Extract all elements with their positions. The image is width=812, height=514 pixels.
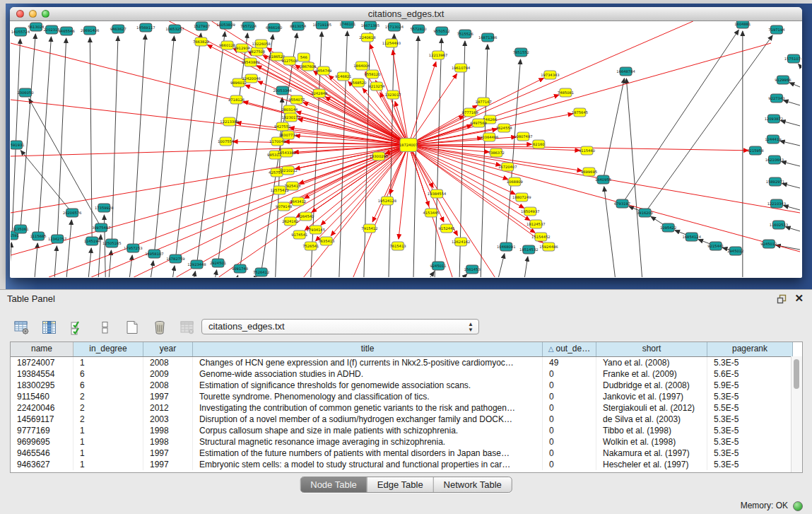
cell-year[interactable]: 1997 bbox=[143, 391, 193, 402]
cell-year[interactable]: 2012 bbox=[143, 402, 193, 414]
cell-in-degree[interactable]: 1 bbox=[73, 425, 143, 436]
graph-node[interactable]: 9174541 bbox=[291, 230, 307, 239]
graph-node[interactable]: 16958107 bbox=[145, 250, 163, 258]
graph-node[interactable]: 16720407 bbox=[498, 163, 517, 171]
graph-node[interactable]: 16871386 bbox=[478, 33, 497, 42]
graph-node[interactable]: 15924486 bbox=[539, 243, 558, 251]
cell-in-degree[interactable]: 1 bbox=[73, 357, 143, 368]
cell-short[interactable]: Tibbo et al. (1998) bbox=[596, 425, 707, 436]
cell-year[interactable]: 2008 bbox=[143, 357, 193, 368]
selection-mode-icon[interactable] bbox=[68, 318, 86, 337]
cell-in-degree[interactable]: 1 bbox=[73, 459, 143, 470]
delete-rows-icon[interactable] bbox=[151, 318, 169, 337]
tab-edge-table[interactable]: Edge Table bbox=[367, 477, 433, 492]
scrollbar-thumb[interactable] bbox=[794, 359, 799, 389]
cell-name[interactable]: 18724007 bbox=[11, 357, 73, 368]
cell-pagerank[interactable]: 5.3E-5 bbox=[707, 425, 793, 436]
table-settings-icon[interactable] bbox=[13, 318, 31, 337]
graph-node[interactable]: 18724007 bbox=[399, 139, 418, 152]
cell-pagerank[interactable]: 5.9E-5 bbox=[707, 380, 793, 391]
graph-node[interactable]: 11602533 bbox=[770, 221, 788, 229]
cell-in-degree[interactable]: 2 bbox=[73, 402, 143, 414]
graph-node[interactable]: 20364486 bbox=[480, 133, 498, 141]
graph-node[interactable]: 18514532 bbox=[519, 245, 538, 254]
graph-node[interactable]: 16053809 bbox=[216, 21, 235, 29]
graph-node[interactable]: 9660128 bbox=[219, 41, 235, 49]
cell-pagerank[interactable]: 5.3E-5 bbox=[707, 459, 793, 470]
graph-node[interactable]: 7915412 bbox=[361, 224, 377, 233]
cell-short[interactable]: Jankovic et al. (1997) bbox=[596, 391, 707, 402]
cell-title[interactable]: Disruption of a novel member of a sodium… bbox=[193, 414, 543, 425]
graph-node[interactable]: 1244419 bbox=[765, 135, 781, 144]
graph-node[interactable]: 7857224 bbox=[240, 22, 257, 30]
graph-node[interactable]: 10807487 bbox=[514, 132, 532, 141]
graph-node[interactable]: 1527907 bbox=[194, 22, 210, 30]
cell-out-de-[interactable]: 0 bbox=[543, 414, 596, 425]
column-header-name[interactable]: name bbox=[11, 342, 73, 356]
cell-out-de-[interactable]: 0 bbox=[543, 368, 596, 380]
cell-in-degree[interactable]: 6 bbox=[73, 380, 143, 391]
graph-node[interactable]: 9091748 bbox=[232, 264, 248, 273]
cell-name[interactable]: 18300295 bbox=[11, 380, 73, 391]
table-selector-dropdown[interactable]: citations_edges.txt ▲▼ bbox=[201, 319, 479, 334]
graph-node[interactable]: 2924501 bbox=[210, 259, 226, 267]
graph-node[interactable]: 7485081 bbox=[558, 88, 574, 97]
cell-pagerank[interactable]: 5.3E-5 bbox=[707, 414, 793, 425]
cell-out-de-[interactable]: 0 bbox=[543, 425, 596, 436]
cell-pagerank[interactable]: 5.3E-5 bbox=[707, 391, 793, 402]
cell-pagerank[interactable]: 5.6E-5 bbox=[707, 368, 793, 380]
cell-year[interactable]: 1998 bbox=[143, 425, 193, 436]
graph-node[interactable]: 7663822 bbox=[193, 37, 209, 46]
graph-node[interactable]: 16782759 bbox=[166, 255, 184, 263]
graph-node[interactable]: 9242848 bbox=[311, 89, 327, 98]
graph-node[interactable]: 30975487 bbox=[92, 223, 110, 232]
graph-node[interactable]: 1875645 bbox=[572, 108, 588, 117]
table-row[interactable]: 1456911722003Disruption of a novel membe… bbox=[11, 414, 802, 425]
tab-network-table[interactable]: Network Table bbox=[433, 477, 512, 492]
node-table[interactable]: namein_degreeyeartitle△out_de…shortpager… bbox=[10, 341, 803, 473]
graph-node[interactable]: 15892971 bbox=[766, 177, 784, 186]
graph-node[interactable]: 17957253 bbox=[124, 244, 142, 252]
graph-node[interactable]: 8813054 bbox=[290, 22, 307, 30]
cell-title[interactable]: Corpus callosum shape and size in male p… bbox=[193, 425, 543, 436]
graph-node[interactable]: 62160 bbox=[533, 140, 545, 148]
graph-node[interactable]: 1864004 bbox=[353, 62, 370, 70]
cell-pagerank[interactable]: 5.5E-5 bbox=[707, 402, 793, 414]
graph-node[interactable]: 1640955 bbox=[595, 175, 611, 184]
graph-node[interactable]: 19384554 bbox=[428, 189, 447, 198]
graph-node[interactable]: 1561453 bbox=[464, 265, 481, 274]
graph-node[interactable]: 7526541 bbox=[302, 242, 319, 250]
cell-short[interactable]: Wolkin et al. (1998) bbox=[596, 436, 707, 448]
cell-year[interactable]: 1997 bbox=[143, 459, 193, 470]
graph-node[interactable]: 12210343 bbox=[767, 199, 786, 208]
cell-name[interactable]: 9777169 bbox=[11, 425, 73, 436]
graph-node[interactable]: 15713024 bbox=[385, 23, 404, 31]
column-header-title[interactable]: title bbox=[193, 342, 543, 356]
cell-year[interactable]: 1997 bbox=[143, 448, 193, 459]
cell-name[interactable]: 9699695 bbox=[11, 436, 73, 448]
graph-node[interactable]: 6793197 bbox=[614, 199, 630, 208]
graph-node[interactable]: 1068809 bbox=[507, 177, 523, 186]
graph-node[interactable]: 17359928 bbox=[95, 204, 113, 212]
column-header-year[interactable]: year bbox=[143, 342, 193, 356]
cell-out-de-[interactable]: 0 bbox=[543, 448, 596, 459]
cell-in-degree[interactable]: 2 bbox=[73, 391, 143, 402]
cell-short[interactable]: Yano et al. (2008) bbox=[596, 357, 707, 368]
network-canvas[interactable]: 5466216039159174626610075541068809109542… bbox=[11, 21, 801, 277]
column-visibility-icon[interactable] bbox=[40, 318, 59, 337]
graph-node[interactable]: 5572810 bbox=[410, 25, 426, 33]
graph-node[interactable]: 20206576 bbox=[63, 209, 81, 217]
graph-node[interactable]: 6466160 bbox=[266, 23, 282, 32]
graph-node[interactable]: 13226058 bbox=[252, 40, 270, 48]
cell-out-de-[interactable]: 0 bbox=[543, 459, 596, 470]
graph-node[interactable]: 2240618 bbox=[359, 33, 375, 42]
graph-node[interactable]: 1095422 bbox=[660, 223, 676, 232]
graph-node[interactable]: 1746101 bbox=[339, 21, 355, 28]
graph-node[interactable]: 9152441 bbox=[439, 224, 455, 233]
graph-node[interactable]: 1115685 bbox=[30, 232, 47, 240]
graph-node[interactable]: 7615413 bbox=[389, 242, 406, 250]
graph-node[interactable]: 10719185 bbox=[313, 21, 331, 29]
graph-node[interactable]: 2803144 bbox=[281, 105, 298, 114]
row-height-icon[interactable] bbox=[95, 318, 114, 337]
graph-node[interactable]: 1323017 bbox=[384, 90, 401, 99]
